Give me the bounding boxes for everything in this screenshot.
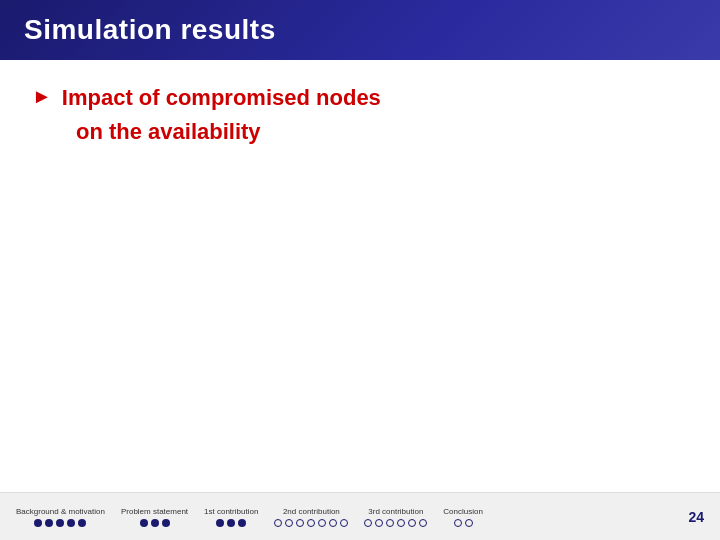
dot-5-0 (454, 519, 462, 527)
footer-section-2: 1st contribution (204, 507, 258, 527)
footer-section-4: 3rd contribution (364, 507, 427, 527)
footer-dots-3 (274, 519, 348, 527)
footer-section-label-4: 3rd contribution (368, 507, 423, 516)
footer-section-3: 2nd contribution (274, 507, 348, 527)
slide: Simulation results ► Impact of compromis… (0, 0, 720, 540)
dot-0-4 (78, 519, 86, 527)
dot-3-4 (318, 519, 326, 527)
dot-4-2 (386, 519, 394, 527)
dot-2-2 (238, 519, 246, 527)
footer-section-1: Problem statement (121, 507, 188, 527)
dot-1-0 (140, 519, 148, 527)
footer-section-label-5: Conclusion (443, 507, 483, 516)
dot-0-0 (34, 519, 42, 527)
page-number: 24 (688, 509, 704, 525)
footer-section-label-0: Background & motivation (16, 507, 105, 516)
dot-2-1 (227, 519, 235, 527)
dot-4-4 (408, 519, 416, 527)
dot-3-5 (329, 519, 337, 527)
dot-0-2 (56, 519, 64, 527)
footer-section-label-1: Problem statement (121, 507, 188, 516)
dot-3-0 (274, 519, 282, 527)
dot-0-1 (45, 519, 53, 527)
dot-4-0 (364, 519, 372, 527)
slide-content: ► Impact of compromised nodes on the ava… (0, 60, 720, 492)
dot-3-6 (340, 519, 348, 527)
dot-5-1 (465, 519, 473, 527)
sub-bullet-item-1: on the availability (76, 119, 688, 145)
slide-header: Simulation results (0, 0, 720, 60)
dot-3-3 (307, 519, 315, 527)
footer-section-label-2: 1st contribution (204, 507, 258, 516)
slide-footer: Background & motivationProblem statement… (0, 492, 720, 540)
slide-title: Simulation results (24, 14, 276, 46)
dot-3-2 (296, 519, 304, 527)
bullet-arrow-icon: ► (32, 86, 52, 106)
dot-3-1 (285, 519, 293, 527)
footer-dots-4 (364, 519, 427, 527)
footer-section-5: Conclusion (443, 507, 483, 527)
dot-0-3 (67, 519, 75, 527)
footer-dots-5 (454, 519, 473, 527)
dot-4-3 (397, 519, 405, 527)
footer-dots-2 (216, 519, 246, 527)
footer-dots-0 (34, 519, 86, 527)
footer-section-label-3: 2nd contribution (283, 507, 340, 516)
sub-bullet-text-1: on the availability (76, 119, 261, 144)
bullet-text-1: Impact of compromised nodes (62, 84, 381, 113)
footer-dots-1 (140, 519, 170, 527)
dot-1-1 (151, 519, 159, 527)
dot-1-2 (162, 519, 170, 527)
dot-4-5 (419, 519, 427, 527)
bullet-item-1: ► Impact of compromised nodes (32, 84, 688, 113)
dot-4-1 (375, 519, 383, 527)
footer-section-0: Background & motivation (16, 507, 105, 527)
dot-2-0 (216, 519, 224, 527)
